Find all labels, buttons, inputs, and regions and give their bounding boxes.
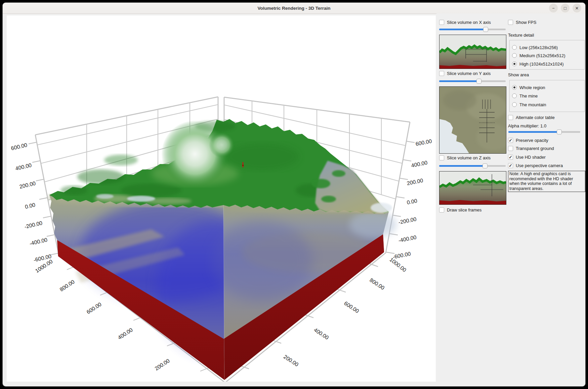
checkbox-box — [508, 20, 513, 25]
radio-icon — [512, 102, 517, 107]
axis-tick-label: -200.00 — [24, 220, 43, 230]
slider-handle[interactable] — [557, 129, 562, 134]
checkbox-label: Draw slice frames — [447, 207, 481, 212]
draw-slice-frames-checkbox[interactable]: Draw slice frames — [439, 207, 481, 212]
checkbox-label: Slice volume on X axis — [447, 20, 491, 25]
axis-tick-label: 400.00 — [15, 162, 32, 171]
slice-x-slider[interactable] — [439, 27, 506, 32]
radio-whole-region[interactable]: Whole region — [512, 85, 545, 90]
radio-label: The mine — [519, 93, 538, 99]
axis-tick-label: 400.00 — [117, 327, 134, 341]
axis-tick-label: 200.00 — [154, 358, 171, 372]
radio-the-mountain[interactable]: The mountain — [512, 102, 546, 107]
checkbox-check-icon: ✓ — [508, 155, 513, 160]
radio-texture-medium[interactable]: Medium (512x256x512) — [512, 53, 565, 58]
radio-icon — [512, 85, 517, 90]
slider-handle[interactable] — [476, 79, 481, 84]
radio-label: Medium (512x256x512) — [519, 53, 565, 58]
radio-icon — [512, 45, 517, 50]
radio-icon — [512, 53, 517, 58]
axis-tick-label: 600.00 — [343, 300, 360, 314]
axis-tick-label: 800.00 — [369, 277, 385, 291]
transparent-ground-checkbox[interactable]: Transparent ground — [508, 146, 554, 151]
slice-z-slider[interactable] — [439, 163, 506, 168]
use-hd-shader-checkbox[interactable]: ✓ Use HD shader — [508, 154, 546, 160]
terrain-volume — [49, 119, 396, 380]
checkbox-box — [439, 20, 444, 25]
checkbox-box — [508, 115, 513, 120]
radio-the-mine[interactable]: The mine — [512, 93, 538, 99]
checkbox-label: Use HD shader — [516, 155, 546, 160]
checkbox-label: Use perspective camera — [516, 163, 563, 168]
axis-tick-label: 200.00 — [19, 180, 36, 190]
close-icon[interactable]: ✕ — [573, 4, 581, 12]
alternate-color-table-checkbox[interactable]: Alternate color table — [508, 115, 555, 120]
radio-icon — [512, 93, 517, 98]
slider-handle[interactable] — [483, 27, 488, 32]
checkbox-box — [508, 146, 513, 151]
radio-label: Whole region — [519, 85, 545, 90]
checkbox-check-icon: ✓ — [508, 138, 513, 143]
app-window: Volumetric Rendering - 3D Terrain − □ ✕ — [3, 3, 585, 386]
checkbox-label: Slice volume on Z axis — [447, 155, 491, 160]
window-title: Volumetric Rendering - 3D Terrain — [257, 6, 330, 11]
radio-label: The mountain — [519, 102, 546, 107]
y-slice-preview — [439, 86, 506, 154]
slider-handle[interactable] — [482, 163, 488, 168]
axis-tick-label: 400.00 — [411, 160, 428, 168]
checkbox-label: Show FPS — [516, 20, 536, 25]
axis-tick-label: -400.00 — [29, 237, 48, 246]
terrain-3d-view[interactable]: 600.00 400.00 200.00 0.00 -200.00 -400.0… — [7, 15, 436, 382]
checkbox-label: Slice volume on Y axis — [447, 71, 491, 76]
checkbox-box — [439, 155, 444, 160]
z-slice-preview — [439, 171, 506, 205]
radio-label: High (1024x512x1024) — [519, 62, 564, 67]
axis-tick-label: -400.00 — [398, 234, 417, 243]
maximize-icon[interactable]: □ — [561, 4, 570, 12]
window-controls: − □ ✕ — [549, 4, 581, 12]
control-panel: Slice volume on X axis — [436, 13, 585, 386]
checkbox-box — [439, 71, 444, 76]
slice-y-slider[interactable] — [439, 79, 506, 84]
axis-tick-label: 400.00 — [313, 327, 330, 341]
axis-tick-label: 0.00 — [406, 198, 418, 205]
texture-detail-label: Texture detail — [508, 33, 534, 38]
axis-tick-label: 1000.00 — [388, 257, 407, 273]
alpha-multiplier-label: Alpha multiplier: 1.0 — [508, 123, 546, 129]
radio-texture-high[interactable]: High (1024x512x1024) — [512, 61, 564, 67]
axis-tick-label: 200.00 — [406, 178, 423, 186]
show-area-label: Show area — [508, 72, 529, 78]
x-slice-preview — [439, 35, 506, 69]
slice-y-checkbox[interactable]: Slice volume on Y axis — [439, 71, 491, 76]
axis-tick-label: 600.00 — [10, 142, 28, 151]
preserve-opacity-checkbox[interactable]: ✓ Preserve opacity — [508, 138, 548, 143]
checkbox-label: Preserve opacity — [516, 138, 548, 143]
checkbox-box — [439, 207, 444, 212]
checkbox-check-icon: ✓ — [508, 163, 513, 168]
axis-tick-label: 600.00 — [86, 301, 102, 315]
hd-shader-note: Note: A high end graphics card is recomm… — [508, 171, 585, 192]
minimize-icon[interactable]: − — [549, 4, 558, 12]
use-perspective-camera-checkbox[interactable]: ✓ Use perspective camera — [508, 163, 563, 168]
axis-tick-label: 0.00 — [25, 202, 36, 210]
axis-tick-label: 800.00 — [59, 279, 76, 293]
alpha-multiplier-slider[interactable] — [508, 129, 580, 134]
axis-tick-label: -200.00 — [398, 216, 417, 225]
axis-tick-label: 600.00 — [415, 138, 432, 147]
axis-tick-label: -600.00 — [392, 251, 411, 260]
show-fps-checkbox[interactable]: Show FPS — [508, 20, 536, 25]
slice-z-checkbox[interactable]: Slice volume on Z axis — [439, 155, 491, 160]
slice-x-checkbox[interactable]: Slice volume on X axis — [439, 20, 491, 25]
checkbox-label: Alternate color table — [516, 115, 555, 120]
radio-icon — [512, 62, 517, 66]
radio-label: Low (256x128x256) — [519, 45, 558, 50]
checkbox-label: Transparent ground — [516, 146, 554, 151]
axis-tick-label: 200.00 — [283, 354, 299, 367]
radio-texture-low[interactable]: Low (256x128x256) — [512, 45, 558, 50]
titlebar[interactable]: Volumetric Rendering - 3D Terrain − □ ✕ — [3, 3, 585, 14]
